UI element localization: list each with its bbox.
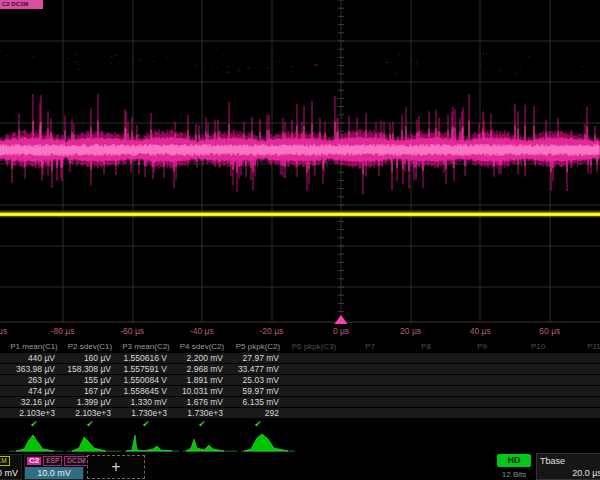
measure-cell: 158.308 µV: [62, 364, 118, 374]
measure-cell: [398, 408, 454, 418]
parameter-histicon[interactable]: [244, 434, 288, 451]
status-check-icon: ✔: [62, 419, 118, 430]
measure-header-3[interactable]: P3 mean(C2): [118, 341, 174, 353]
measure-cell: 167 µV: [62, 386, 118, 396]
waveform-display: [0, 0, 600, 324]
measure-cell: 1.676 mV: [174, 397, 230, 407]
measure-header-1[interactable]: P1 mean(C1): [6, 341, 62, 353]
measure-cell: [342, 375, 398, 385]
timebase-label: Tbase: [540, 456, 565, 466]
measure-header-2[interactable]: P2 sdev(C1): [62, 341, 118, 353]
measure-cell: 2.200 mV: [174, 353, 230, 363]
measure-cell: [510, 386, 566, 396]
measure-cell: 292: [230, 408, 286, 418]
time-label: -20 µs: [259, 326, 283, 336]
measure-cell: 1.891 mV: [174, 375, 230, 385]
measure-cell: 155 µV: [62, 375, 118, 385]
measure-cell: [342, 408, 398, 418]
measure-cell: [398, 386, 454, 396]
measure-cell: 1.730e+3: [118, 408, 174, 418]
timebase-scale: 20.0 µs: [572, 468, 600, 478]
measure-cell: [454, 408, 510, 418]
measure-cell: [510, 408, 566, 418]
measure-cell: [286, 408, 342, 418]
measure-header-8[interactable]: P8: [398, 341, 454, 353]
measure-cell: 2.103e+3: [62, 408, 118, 418]
hd-mode-badge[interactable]: HD: [497, 454, 531, 467]
measure-cell: [342, 397, 398, 407]
measure-cell: [398, 397, 454, 407]
measure-cell: 25.03 mV: [230, 375, 286, 385]
measure-cell: [566, 375, 600, 385]
measure-cell: [454, 375, 510, 385]
measure-cell: [510, 364, 566, 374]
measure-cell: [286, 386, 342, 396]
measure-cell: 2.103e+3: [6, 408, 62, 418]
measure-cell: 160 µV: [62, 353, 118, 363]
trigger-position-marker[interactable]: [335, 315, 348, 324]
measure-header-7[interactable]: P7: [342, 341, 398, 353]
status-check-empty: [286, 419, 342, 430]
measure-cell: 263 µV: [6, 375, 62, 385]
parameter-histicon[interactable]: [126, 435, 172, 451]
histicon-strip: [0, 432, 600, 452]
measure-cell: 1.399 µV: [62, 397, 118, 407]
measure-cell: [342, 353, 398, 363]
parameter-histicon[interactable]: [16, 435, 54, 451]
measure-cell: [566, 364, 600, 374]
time-label: 0 µs: [333, 326, 349, 336]
measure-cell: [566, 386, 600, 396]
time-label: -80 µs: [51, 326, 75, 336]
status-check-empty: [510, 419, 566, 430]
measure-cell: 27.97 mV: [230, 353, 286, 363]
measure-cell: [398, 364, 454, 374]
status-check-empty: [454, 419, 510, 430]
measure-cell: [286, 353, 342, 363]
trace-annotation-chip: C2 DC1M: [0, 0, 43, 9]
measure-cell: [510, 397, 566, 407]
measure-cell: [286, 397, 342, 407]
measure-cell: 59.97 mV: [230, 386, 286, 396]
measure-header-6[interactable]: P6 pkpk(C3): [286, 341, 342, 353]
measure-header-10[interactable]: P10: [510, 341, 566, 353]
status-check-empty: [566, 419, 600, 430]
measure-cell: [566, 397, 600, 407]
measure-header-4[interactable]: P4 sdev(C2): [174, 341, 230, 353]
time-label: -60 µs: [120, 326, 144, 336]
status-check-empty: [342, 419, 398, 430]
measure-cell: [398, 353, 454, 363]
channel-c2-descriptor[interactable]: C2 ESP DC1M 10.0 mV: [24, 454, 84, 480]
measure-cell: [342, 386, 398, 396]
measure-cell: 1.330 mV: [118, 397, 174, 407]
measure-cell: 1.550616 V: [118, 353, 174, 363]
timebase-descriptor[interactable]: Tbase 20.0 µs: [536, 453, 600, 480]
c1-coupling-badge: DC1M: [0, 456, 10, 466]
channel-c1-descriptor[interactable]: C1 DC1M 10.0 mV: [0, 454, 22, 480]
measure-cell: 2.968 mV: [174, 364, 230, 374]
parameter-histicon[interactable]: [186, 439, 224, 451]
c2-esp-badge: ESP: [43, 456, 62, 466]
measure-cell: [398, 375, 454, 385]
time-label: 20 µs: [400, 326, 421, 336]
parameter-histicon[interactable]: [72, 437, 106, 451]
measure-cell: [342, 364, 398, 374]
status-check-icon: ✔: [174, 419, 230, 430]
status-check-icon: ✔: [230, 419, 286, 430]
add-trace-button[interactable]: +: [87, 455, 145, 479]
measure-cell: 363.98 µV: [6, 364, 62, 374]
time-axis: -100 µs-80 µs-60 µs-40 µs-20 µs0 µs20 µs…: [0, 324, 600, 338]
resolution-bits-label: 12 Bits: [494, 470, 534, 479]
c2-label: C2: [27, 457, 41, 465]
time-label: -40 µs: [190, 326, 214, 336]
time-label: 60 µs: [539, 326, 560, 336]
measure-header-5[interactable]: P5 pkpk(C2): [230, 341, 286, 353]
measure-header-9[interactable]: P9: [454, 341, 510, 353]
measure-cell: 1.730e+3: [174, 408, 230, 418]
measure-cell: 440 µV: [6, 353, 62, 363]
measure-cell: 1.558645 V: [118, 386, 174, 396]
status-check-icon: ✔: [118, 419, 174, 430]
measure-header-11[interactable]: P11: [566, 341, 600, 353]
measure-cell: 6.135 mV: [230, 397, 286, 407]
measure-cell: 1.550084 V: [118, 375, 174, 385]
c1-volts-per-div: 10.0 mV: [0, 467, 21, 479]
